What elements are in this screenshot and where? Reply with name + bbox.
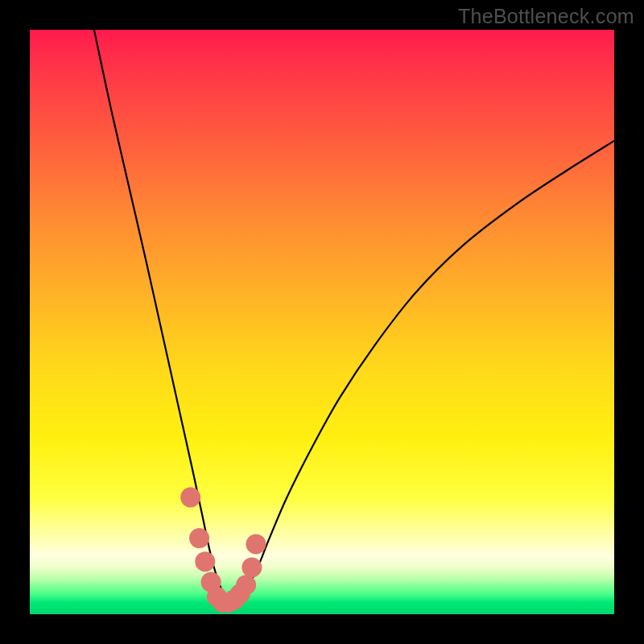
highlight-dot	[236, 575, 256, 595]
highlight-dot	[242, 557, 262, 577]
highlight-dot	[195, 551, 215, 572]
highlight-data-points	[180, 487, 266, 613]
highlight-dot	[246, 534, 266, 554]
highlight-dot	[189, 528, 209, 548]
watermark-text: TheBottleneck.com	[458, 5, 634, 28]
chart-svg	[30, 30, 614, 614]
plot-area	[30, 30, 614, 614]
bottleneck-curve	[94, 30, 614, 605]
chart-frame: TheBottleneck.com	[0, 0, 644, 644]
highlight-dot	[180, 487, 200, 507]
